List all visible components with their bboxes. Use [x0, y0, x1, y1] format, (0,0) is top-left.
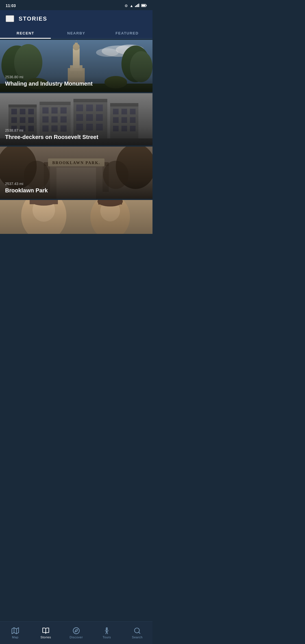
header: STORIES — [0, 10, 152, 27]
svg-rect-5 — [146, 5, 147, 6]
card-distance-2: 2538.87 mi — [5, 128, 147, 132]
card-content-1: 2536.80 mi Whaling and Industry Monument — [5, 75, 147, 87]
status-icons: ⚙ ▲ — [125, 4, 147, 8]
card-title-3: Brooklawn Park — [5, 187, 147, 194]
page-title: STORIES — [19, 16, 47, 22]
svg-rect-0 — [135, 6, 136, 7]
tabs-bar: RECENT NEARBY FEATURED — [0, 27, 152, 39]
story-card-2[interactable]: 2538.87 mi Three-deckers on Roosevelt St… — [0, 93, 152, 145]
tab-featured[interactable]: FEATURED — [102, 27, 152, 38]
menu-button[interactable] — [6, 15, 14, 22]
card-illustration-4 — [0, 200, 152, 234]
story-card-3[interactable]: BROOKLAWN PARK. — [0, 147, 152, 199]
svg-rect-2 — [137, 4, 138, 7]
tab-nearby[interactable]: NEARBY — [51, 27, 102, 38]
svg-rect-1 — [136, 5, 137, 7]
svg-rect-94 — [0, 200, 152, 234]
card-title-1: Whaling and Industry Monument — [5, 80, 147, 87]
svg-rect-3 — [138, 4, 139, 7]
settings-icon: ⚙ — [125, 4, 128, 8]
status-time: 11:03 — [6, 3, 16, 8]
card-distance-3: 2537.43 mi — [5, 182, 147, 186]
card-distance-1: 2536.80 mi — [5, 75, 147, 79]
story-card-1[interactable]: 2536.80 mi Whaling and Industry Monument — [0, 40, 152, 92]
main-content: 2536.80 mi Whaling and Industry Monument — [0, 39, 152, 260]
wifi-icon: ▲ — [130, 4, 133, 8]
stories-list: 2536.80 mi Whaling and Industry Monument — [0, 39, 152, 236]
svg-rect-6 — [142, 5, 145, 6]
status-bar: 11:03 ⚙ ▲ — [0, 0, 152, 10]
battery-icon — [141, 4, 147, 8]
card-bg-4 — [0, 200, 152, 234]
card-content-2: 2538.87 mi Three-deckers on Roosevelt St… — [5, 128, 147, 140]
tab-recent[interactable]: RECENT — [0, 27, 51, 38]
story-card-4[interactable] — [0, 200, 152, 234]
signal-icon — [135, 4, 140, 8]
card-content-3: 2537.43 mi Brooklawn Park — [5, 182, 147, 194]
card-title-2: Three-deckers on Roosevelt Street — [5, 134, 147, 140]
